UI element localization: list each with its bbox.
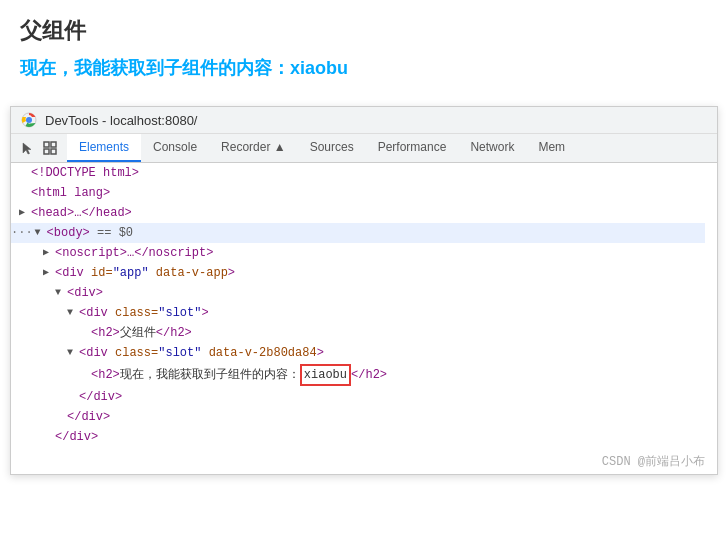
devtools-title: DevTools - localhost:8080/ xyxy=(45,113,197,128)
code-line-doctype: <!DOCTYPE html> xyxy=(11,163,705,183)
devtools-window: DevTools - localhost:8080/ Elements Cons… xyxy=(10,106,718,475)
code-line-div-close3: </div> xyxy=(11,427,705,447)
divslot2-triangle[interactable] xyxy=(67,344,79,362)
svg-rect-6 xyxy=(51,149,56,154)
tab-performance[interactable]: Performance xyxy=(366,134,459,162)
noscript-triangle[interactable] xyxy=(43,244,55,262)
tab-elements[interactable]: Elements xyxy=(67,134,141,162)
code-line-div-slot2: <div class="slot" data-v-2b80da84> xyxy=(11,343,705,363)
code-line-body: ··· <body> == $0 xyxy=(11,223,705,243)
inspect-icon[interactable] xyxy=(41,139,59,157)
content-text: 现在，我能获取到子组件的内容：xiaobu xyxy=(20,56,708,80)
code-line-noscript: <noscript>…</noscript> xyxy=(11,243,705,263)
xiaobu-highlight: xiaobu xyxy=(300,364,351,386)
tab-mem[interactable]: Mem xyxy=(526,134,577,162)
divslot-triangle[interactable] xyxy=(67,304,79,322)
body-triangle[interactable] xyxy=(35,224,47,242)
doctype-tag: <!DOCTYPE html> xyxy=(31,164,139,182)
devtools-tabs: Elements Console Recorder ▲ Sources Perf… xyxy=(11,134,717,163)
watermark: CSDN @前端吕小布 xyxy=(11,447,717,474)
tab-icon-group xyxy=(19,139,59,157)
body-dots: ··· xyxy=(11,224,33,242)
tab-network[interactable]: Network xyxy=(458,134,526,162)
tab-sources[interactable]: Sources xyxy=(298,134,366,162)
code-line-div-app: <div id="app" data-v-app> xyxy=(11,263,705,283)
svg-rect-4 xyxy=(51,142,56,147)
devtools-titlebar: DevTools - localhost:8080/ xyxy=(11,107,717,134)
tab-recorder[interactable]: Recorder ▲ xyxy=(209,134,298,162)
div1-triangle[interactable] xyxy=(55,284,67,302)
divapp-triangle[interactable] xyxy=(43,264,55,282)
code-line-html: <html lang> xyxy=(11,183,705,203)
code-line-div1: <div> xyxy=(11,283,705,303)
code-line-h2-2: <h2>现在，我能获取到子组件的内容：xiaobu</h2> xyxy=(11,363,705,387)
parent-title: 父组件 xyxy=(20,16,708,46)
svg-marker-2 xyxy=(23,143,31,154)
code-line-div-slot: <div class="slot"> xyxy=(11,303,705,323)
head-triangle[interactable] xyxy=(19,204,31,222)
code-line-div-close1: </div> xyxy=(11,387,705,407)
svg-rect-3 xyxy=(44,142,49,147)
cursor-icon[interactable] xyxy=(19,139,37,157)
svg-point-1 xyxy=(26,117,32,123)
code-line-head: <head>…</head> xyxy=(11,203,705,223)
code-line-div-close2: </div> xyxy=(11,407,705,427)
devtools-body: <!DOCTYPE html> <html lang> <head>…</hea… xyxy=(11,163,717,474)
page-content: 父组件 现在，我能获取到子组件的内容：xiaobu xyxy=(0,0,728,106)
svg-rect-5 xyxy=(44,149,49,154)
chrome-icon xyxy=(21,112,37,128)
code-line-h2-1: <h2>父组件</h2> xyxy=(11,323,705,343)
tab-console[interactable]: Console xyxy=(141,134,209,162)
